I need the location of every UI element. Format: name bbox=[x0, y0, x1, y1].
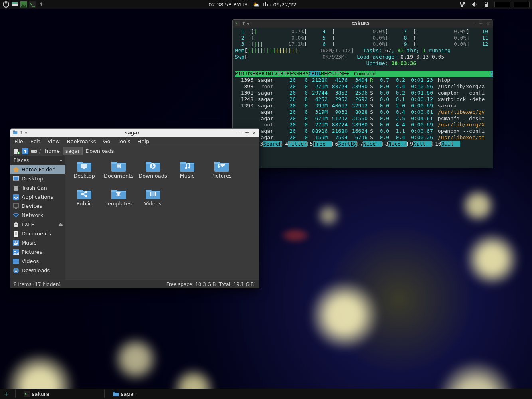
svg-rect-15 bbox=[13, 131, 18, 134]
sidebar-item-trash-can[interactable]: Trash Can bbox=[10, 183, 65, 192]
window-max-button[interactable]: + bbox=[245, 130, 249, 135]
sidebar-item-label: Devices bbox=[22, 203, 42, 209]
filemanager-launcher-icon[interactable] bbox=[11, 1, 18, 8]
terminal-window: > ⬆ ▾ sakura – + × 1 [| 0.7%] 4 [ 0.0%] … bbox=[232, 19, 493, 168]
folder-desktop[interactable]: Desktop bbox=[67, 159, 101, 187]
bg-blob bbox=[460, 188, 496, 223]
window-pin-icon[interactable]: ⬆ bbox=[241, 21, 245, 26]
folder-label: Desktop bbox=[73, 173, 95, 179]
menu-help[interactable]: Help bbox=[138, 138, 150, 144]
folder-pictures[interactable]: Pictures bbox=[204, 159, 239, 187]
dropdown-icon[interactable]: ▾ bbox=[60, 158, 62, 163]
folder-documents[interactable]: Documents bbox=[101, 159, 136, 187]
svg-rect-43 bbox=[83, 168, 85, 169]
tray-spacer bbox=[494, 2, 510, 7]
sidebar-item-network[interactable]: Network bbox=[10, 211, 65, 220]
taskbar-item-sakura[interactable]: > sakura bbox=[20, 389, 100, 398]
folder-icon bbox=[76, 187, 92, 200]
window-max-button[interactable]: + bbox=[479, 21, 483, 26]
folder-music[interactable]: Music bbox=[170, 159, 204, 187]
menu-bookmarks[interactable]: Bookmarks bbox=[67, 138, 96, 144]
sidebar-item-videos[interactable]: Videos bbox=[10, 257, 65, 266]
svg-rect-9 bbox=[463, 2, 465, 4]
filemanager-titlebar[interactable]: ⬆ ▾ sagar – + × bbox=[10, 129, 259, 137]
svg-point-1 bbox=[5, 2, 7, 4]
sidebar-item-pictures[interactable]: Pictures bbox=[10, 247, 65, 257]
folder-label: Public bbox=[77, 201, 92, 207]
filemanager-window: ⬆ ▾ sagar – + × FileEditViewBookmarksGoT… bbox=[10, 128, 259, 288]
window-close-button[interactable]: × bbox=[486, 21, 490, 26]
path-sep: / bbox=[39, 148, 41, 154]
app-menu-icon[interactable] bbox=[2, 1, 10, 8]
sidebar-item-music[interactable]: Music bbox=[10, 238, 65, 247]
dl-icon bbox=[13, 268, 19, 273]
folder-downloads[interactable]: Downloads bbox=[136, 159, 170, 187]
network-tray-icon[interactable] bbox=[459, 1, 466, 8]
sidebar-item-label: Desktop bbox=[22, 176, 43, 182]
apps-icon bbox=[13, 194, 19, 200]
menu-file[interactable]: File bbox=[14, 138, 23, 144]
svg-rect-61 bbox=[113, 393, 119, 396]
bg-blob bbox=[316, 203, 340, 227]
disk-icon bbox=[13, 222, 19, 227]
folder-label: Downloads bbox=[138, 173, 167, 179]
panel-separator bbox=[15, 390, 16, 398]
volume-tray-icon[interactable] bbox=[471, 1, 478, 8]
path-segment[interactable]: Downloads bbox=[83, 147, 117, 155]
filemanager-statusbar: 8 items (17 hidden) Free space: 10.3 GiB… bbox=[10, 280, 259, 288]
terminal-body[interactable]: 1 [| 0.7%] 4 [ 0.0%] 7 [ 0.0%] 10 [|| 1.… bbox=[233, 28, 493, 148]
sidebar-item-home-folder[interactable]: Home Folder bbox=[10, 165, 65, 174]
path-segment[interactable]: home bbox=[42, 147, 63, 155]
eject-icon[interactable]: ⏏ bbox=[58, 221, 63, 227]
svg-marker-11 bbox=[472, 2, 475, 7]
menu-edit[interactable]: Edit bbox=[30, 138, 40, 144]
wallpaper-launcher-icon[interactable] bbox=[20, 1, 27, 8]
folder-label: Music bbox=[180, 173, 195, 179]
window-min-button[interactable]: – bbox=[471, 21, 476, 26]
sidebar-header[interactable]: Places▾ bbox=[10, 156, 65, 165]
folder-task-icon bbox=[113, 391, 119, 397]
path-segment[interactable]: sagar bbox=[63, 147, 83, 155]
terminal-task-icon: > bbox=[24, 391, 30, 397]
sidebar-item-devices[interactable]: Devices bbox=[10, 201, 65, 211]
folder-public[interactable]: Public bbox=[67, 187, 101, 215]
filemanager-iconview[interactable]: DesktopDocumentsDownloadsMusicPicturesPu… bbox=[65, 156, 259, 280]
svg-marker-22 bbox=[13, 167, 19, 172]
folder-icon bbox=[111, 187, 127, 200]
filemanager-title: sagar bbox=[27, 130, 237, 136]
filemanager-toolbar: / homesagarDownloads bbox=[10, 146, 259, 156]
lock-tray-icon[interactable] bbox=[483, 1, 490, 8]
svg-point-34 bbox=[16, 243, 18, 245]
sidebar-item-applications[interactable]: Applications bbox=[10, 192, 65, 201]
panel-clock: 02:38:58 PM IST bbox=[208, 2, 251, 8]
drive-root-icon[interactable] bbox=[30, 148, 38, 155]
terminal-titlebar[interactable]: > ⬆ ▾ sakura – + × bbox=[233, 20, 493, 28]
folder-templates[interactable]: Templates bbox=[101, 187, 136, 215]
window-min-button[interactable]: – bbox=[237, 130, 242, 135]
menu-go[interactable]: Go bbox=[103, 138, 110, 144]
music-icon bbox=[13, 240, 19, 246]
bottom-panel: + > sakura sagar bbox=[0, 389, 532, 399]
sidebar-item-label: LXLE bbox=[22, 221, 34, 227]
svg-rect-27 bbox=[13, 204, 19, 207]
taskbar-label: sagar bbox=[121, 391, 135, 397]
sidebar-item-documents[interactable]: Documents bbox=[10, 229, 65, 238]
bg-blob bbox=[464, 231, 520, 287]
sidebar-item-downloads[interactable]: Downloads bbox=[10, 266, 65, 275]
svg-rect-57 bbox=[150, 192, 151, 196]
taskbar-item-filemanager[interactable]: sagar bbox=[109, 389, 189, 398]
weather-icon[interactable]: ⛅ bbox=[253, 2, 259, 8]
sidebar-item-desktop[interactable]: Desktop bbox=[10, 174, 65, 183]
terminal-launcher-icon[interactable]: >_ bbox=[29, 1, 36, 8]
folder-videos[interactable]: Videos bbox=[136, 187, 170, 215]
nav-up-icon[interactable] bbox=[22, 148, 29, 155]
menu-view[interactable]: View bbox=[47, 138, 60, 144]
window-pin-icon[interactable]: ⬆ bbox=[19, 130, 23, 136]
update-arrow-icon[interactable]: ⬆ bbox=[38, 1, 45, 8]
new-tab-icon[interactable] bbox=[13, 148, 20, 155]
sidebar-item-label: Documents bbox=[22, 231, 51, 237]
menu-tools[interactable]: Tools bbox=[117, 138, 130, 144]
sidebar-item-lxle[interactable]: LXLE⏏ bbox=[10, 220, 65, 229]
show-desktop-button[interactable]: + bbox=[2, 391, 10, 397]
window-close-button[interactable]: × bbox=[252, 130, 257, 135]
